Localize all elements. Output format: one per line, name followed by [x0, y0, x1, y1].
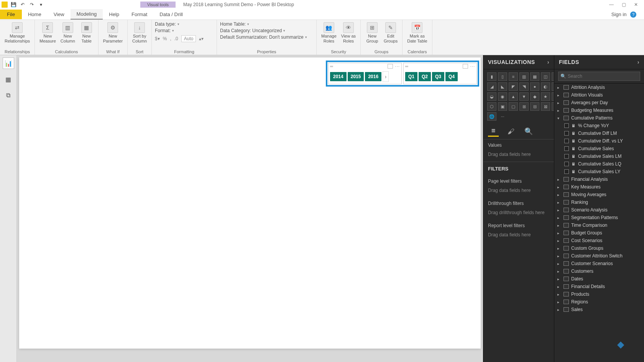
viz-more-icon[interactable]: ···: [498, 112, 507, 121]
field-measure-item[interactable]: 🖩% Change YoY: [554, 122, 644, 129]
format-tab[interactable]: Format: [125, 10, 153, 19]
sort-by-column-button[interactable]: ↓Sort by Column: [131, 21, 148, 44]
expand-icon[interactable]: ▸: [557, 223, 561, 228]
expand-icon[interactable]: ▸: [557, 254, 561, 258]
drillthrough-drop-hint[interactable]: Drag drillthrough fields here: [483, 208, 554, 220]
expand-icon[interactable]: ▸: [557, 85, 561, 90]
qat-dropdown-icon[interactable]: ▾: [38, 1, 44, 8]
values-drop-hint[interactable]: Drag data fields here: [483, 149, 554, 162]
field-checkbox[interactable]: [564, 123, 569, 128]
new-column-button[interactable]: ▥New Column: [59, 21, 77, 44]
expand-icon[interactable]: ▸: [557, 101, 561, 105]
field-measure-item[interactable]: 🖩Cumulative Sales: [554, 145, 644, 152]
collapse-panel-icon[interactable]: ›: [547, 59, 549, 65]
fields-header[interactable]: FIELDS ›: [554, 55, 644, 69]
slicer-next-icon[interactable]: ›: [383, 71, 389, 82]
quarter-slicer[interactable]: ═ ··· Q1Q2Q3Q4: [403, 63, 477, 84]
manage-roles-button[interactable]: 👥Manage Roles: [320, 21, 338, 44]
field-table-item[interactable]: ▸Ranking: [554, 198, 644, 206]
modeling-tab[interactable]: Modeling: [71, 9, 103, 20]
viz-type-button[interactable]: ◫: [541, 72, 550, 81]
viz-type-button[interactable]: ▥: [519, 72, 529, 81]
new-table-button[interactable]: ▦New Table: [78, 21, 95, 44]
field-table-item[interactable]: ▸Attrition Visuals: [554, 91, 644, 99]
viz-type-button[interactable]: ●: [530, 82, 539, 91]
more-options-icon[interactable]: ···: [470, 64, 475, 69]
expand-icon[interactable]: ▸: [557, 269, 561, 274]
expand-icon[interactable]: ▸: [557, 185, 561, 189]
expand-icon[interactable]: ▸: [557, 292, 561, 296]
collapse-panel-icon[interactable]: ›: [637, 59, 639, 65]
field-measure-item[interactable]: 🖩Cumulative Diff LM: [554, 129, 644, 137]
viz-type-button[interactable]: ◢: [487, 82, 496, 91]
quarter-chip[interactable]: Q1: [405, 72, 417, 81]
viz-type-button[interactable]: ◣: [498, 82, 507, 91]
field-table-item[interactable]: ▸Customer Scenarios: [554, 260, 644, 267]
view-tab[interactable]: View: [48, 10, 71, 19]
field-checkbox[interactable]: [564, 131, 569, 136]
viz-type-button[interactable]: ⊞: [519, 102, 529, 111]
format-dropdown[interactable]: ▾: [172, 29, 174, 33]
expand-icon[interactable]: ▸: [557, 93, 561, 97]
viz-type-button[interactable]: ◐: [541, 82, 550, 91]
viz-type-button[interactable]: ▲: [509, 92, 518, 101]
data-view-button[interactable]: ▦: [3, 74, 14, 85]
viz-type-button[interactable]: ⊟: [530, 102, 539, 111]
year-chip[interactable]: 2015: [348, 72, 364, 81]
viz-type-button[interactable]: ⬡: [487, 102, 496, 111]
field-table-item[interactable]: ▸Segmentation Patterns: [554, 214, 644, 221]
minimize-button[interactable]: —: [606, 1, 617, 8]
auto-decimals[interactable]: Auto: [181, 35, 196, 42]
redo-icon[interactable]: ↷: [28, 1, 35, 8]
undo-icon[interactable]: ↶: [19, 1, 26, 8]
expand-icon[interactable]: ▸: [557, 177, 561, 182]
visualizations-header[interactable]: VISUALIZATIONS ›: [483, 55, 554, 69]
expand-icon[interactable]: ▸: [557, 216, 561, 220]
canvas-area[interactable]: ═ ··· 201420152016› ═ ···: [17, 55, 483, 362]
expand-icon[interactable]: ▸: [557, 200, 561, 205]
expand-icon[interactable]: ▸: [557, 277, 561, 281]
field-table-item[interactable]: ▸Sales: [554, 306, 644, 313]
viz-type-button[interactable]: ◆: [530, 92, 539, 101]
expand-icon[interactable]: ▸: [557, 239, 561, 243]
field-table-item[interactable]: ▸Financial Analysis: [554, 175, 644, 183]
home-tab[interactable]: Home: [22, 10, 48, 19]
field-table-item[interactable]: ▸Custom Groups: [554, 244, 644, 252]
viz-type-button[interactable]: ▯: [498, 72, 507, 81]
fields-tree[interactable]: ▸Attrition Analysis▸Attrition Visuals▸Av…: [554, 84, 644, 362]
expand-icon[interactable]: ▸: [557, 262, 561, 266]
field-checkbox[interactable]: [564, 162, 569, 166]
close-button[interactable]: ✕: [630, 1, 642, 8]
field-table-item[interactable]: ▸Time Comparison: [554, 221, 644, 229]
field-checkbox[interactable]: [564, 169, 569, 174]
fields-search-input[interactable]: [558, 72, 640, 81]
drag-handle-icon[interactable]: ═: [405, 64, 408, 69]
format-tab-icon[interactable]: 🖌: [506, 126, 516, 137]
viz-type-button[interactable]: ▦: [530, 72, 539, 81]
data-category-dropdown[interactable]: ▾: [283, 29, 285, 33]
selected-visual-group[interactable]: ═ ··· 201420152016› ═ ···: [326, 61, 479, 87]
field-measure-item[interactable]: 🖩Cumulative Sales LM: [554, 152, 644, 160]
edit-groups-button[interactable]: ✎Edit Groups: [382, 21, 399, 44]
comma-button[interactable]: ,: [170, 36, 171, 41]
expand-icon[interactable]: ▸: [557, 231, 561, 235]
focus-mode-icon[interactable]: [388, 64, 393, 69]
field-table-item[interactable]: ▸Budget Groups: [554, 229, 644, 237]
field-table-item[interactable]: ▸Financial Details: [554, 283, 644, 290]
report-filters-drop-hint[interactable]: Drag data fields here: [483, 230, 554, 242]
field-table-item[interactable]: ▸Regions: [554, 298, 644, 306]
year-chip[interactable]: 2014: [330, 72, 347, 81]
viz-type-button[interactable]: ▼: [519, 92, 529, 101]
viz-type-button[interactable]: ⊠: [541, 102, 550, 111]
maximize-button[interactable]: ▢: [618, 1, 629, 8]
field-checkbox[interactable]: [564, 146, 569, 151]
field-table-item[interactable]: ▸Averages per Day: [554, 99, 644, 106]
viz-type-button[interactable]: ◥: [519, 82, 529, 91]
year-slicer[interactable]: ═ ··· 201420152016›: [328, 63, 402, 84]
quarter-chip[interactable]: Q3: [432, 72, 444, 81]
viz-type-button[interactable]: ◉: [498, 92, 507, 101]
decimals-stepper[interactable]: ▴▾: [199, 36, 204, 41]
viz-type-button[interactable]: ▮: [487, 72, 496, 81]
report-view-button[interactable]: 📊: [3, 57, 14, 69]
mark-date-table-button[interactable]: 📅Mark as Date Table: [406, 21, 429, 44]
